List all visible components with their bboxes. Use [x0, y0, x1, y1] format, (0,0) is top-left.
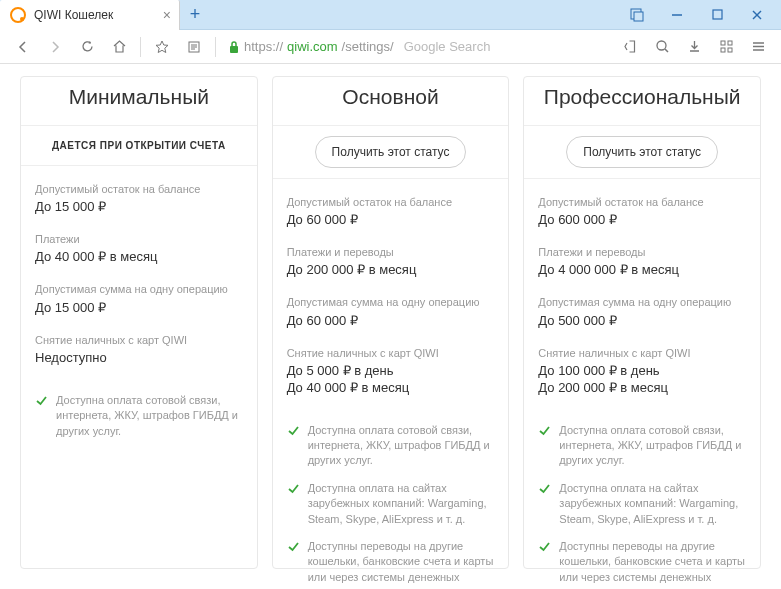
address-bar[interactable]: https://qiwi.com/settings/ Google Search	[222, 34, 613, 60]
plan-title: Основной	[273, 77, 509, 125]
svg-rect-3	[634, 12, 643, 21]
feature-item: Доступны переводы на другие кошельки, ба…	[287, 539, 495, 589]
plan-row-value: До 15 000 ₽	[35, 300, 243, 317]
feature-text: Доступна оплата сотовой связи, интернета…	[56, 393, 243, 439]
plan-row-label: Снятие наличных с карт QIWI	[287, 346, 495, 360]
plan-body: Допустимый остаток на балансеДо 60 000 ₽…	[273, 179, 509, 423]
maximize-button[interactable]	[697, 1, 737, 29]
feature-list: Доступна оплата сотовой связи, интернета…	[524, 423, 760, 589]
minimize-button[interactable]	[657, 1, 697, 29]
feature-text: Доступна оплата на сайтах зарубежных ком…	[308, 481, 495, 527]
svg-line-14	[665, 49, 668, 52]
plan-button-wrap: Получить этот статус	[524, 125, 760, 179]
plan-row-value: До 4 000 000 ₽ в месяц	[538, 262, 746, 279]
plan-row-label: Платежи и переводы	[287, 245, 495, 259]
feature-text: Доступна оплата сотовой связи, интернета…	[559, 423, 746, 469]
plan-row: Снятие наличных с карт QIWIНедоступно	[35, 333, 243, 367]
bookmark-button[interactable]	[147, 32, 177, 62]
windows-overlay-icon[interactable]	[617, 1, 657, 29]
plan-body: Допустимый остаток на балансеДо 600 000 …	[524, 179, 760, 423]
check-icon	[538, 424, 551, 469]
extensions-button[interactable]	[711, 32, 741, 62]
plan-button-wrap: Получить этот статус	[273, 125, 509, 179]
feature-list: Доступна оплата сотовой связи, интернета…	[21, 393, 257, 461]
get-status-button[interactable]: Получить этот статус	[315, 136, 467, 168]
plan-title: Минимальный	[21, 77, 257, 125]
plan-row: Допустимая сумма на одну операциюДо 60 0…	[287, 295, 495, 329]
feature-text: Доступна оплата сотовой связи, интернета…	[308, 423, 495, 469]
plan-row: Снятие наличных с карт QIWIДо 100 000 ₽ …	[538, 346, 746, 397]
plan-row-label: Допустимый остаток на балансе	[287, 195, 495, 209]
svg-point-1	[20, 17, 24, 21]
plan-row: Допустимый остаток на балансеДо 15 000 ₽	[35, 182, 243, 216]
feature-item: Доступна оплата на сайтах зарубежных ком…	[287, 481, 495, 527]
plan-row-value: До 5 000 ₽ в деньДо 40 000 ₽ в месяц	[287, 363, 495, 397]
get-status-button[interactable]: Получить этот статус	[566, 136, 718, 168]
plan-row-label: Платежи и переводы	[538, 245, 746, 259]
plan-column: МинимальныйДАЕТСЯ ПРИ ОТКРЫТИИ СЧЕТАДопу…	[20, 76, 258, 569]
home-button[interactable]	[104, 32, 134, 62]
close-button[interactable]	[737, 1, 777, 29]
plan-row: Допустимая сумма на одну операциюДо 500 …	[538, 295, 746, 329]
feature-text: Доступны переводы на другие кошельки, ба…	[559, 539, 746, 589]
menu-button[interactable]	[743, 32, 773, 62]
close-icon[interactable]: ×	[163, 8, 171, 22]
plan-row-label: Снятие наличных с карт QIWI	[35, 333, 243, 347]
lock-icon	[228, 40, 240, 54]
url-scheme: https://	[244, 39, 283, 54]
plan-row-label: Платежи	[35, 232, 243, 246]
svg-rect-16	[728, 41, 732, 45]
feature-item: Доступны переводы на другие кошельки, ба…	[538, 539, 746, 589]
reader-mode-button[interactable]	[179, 32, 209, 62]
svg-rect-5	[713, 10, 722, 19]
browser-toolbar: https://qiwi.com/settings/ Google Search	[0, 30, 781, 64]
forward-button[interactable]	[40, 32, 70, 62]
reload-button[interactable]	[72, 32, 102, 62]
svg-rect-17	[721, 48, 725, 52]
check-icon	[35, 394, 48, 439]
plan-row-value: Недоступно	[35, 350, 243, 367]
browser-titlebar: QIWI Кошелек × +	[0, 0, 781, 30]
feature-item: Доступна оплата на сайтах зарубежных ком…	[538, 481, 746, 527]
feature-item: Доступна оплата сотовой связи, интернета…	[35, 393, 243, 439]
plan-row-label: Допустимая сумма на одну операцию	[538, 295, 746, 309]
check-icon	[287, 482, 300, 527]
plan-body: Допустимый остаток на балансеДо 15 000 ₽…	[21, 166, 257, 393]
plan-row-value: До 200 000 ₽ в месяц	[287, 262, 495, 279]
search-button[interactable]	[647, 32, 677, 62]
new-tab-button[interactable]: +	[180, 0, 210, 29]
qiwi-favicon-icon	[10, 7, 26, 23]
url-path: /settings/	[342, 39, 394, 54]
plan-row-value: До 60 000 ₽	[287, 313, 495, 330]
back-button[interactable]	[8, 32, 38, 62]
check-icon	[538, 482, 551, 527]
plan-row-value: До 40 000 ₽ в месяц	[35, 249, 243, 266]
plan-row: Допустимый остаток на балансеДо 600 000 …	[538, 195, 746, 229]
plan-current-label: ДАЕТСЯ ПРИ ОТКРЫТИИ СЧЕТА	[21, 125, 257, 166]
feature-text: Доступна оплата на сайтах зарубежных ком…	[559, 481, 746, 527]
search-placeholder: Google Search	[404, 39, 491, 54]
feature-item: Доступна оплата сотовой связи, интернета…	[287, 423, 495, 469]
download-button[interactable]	[679, 32, 709, 62]
plan-row: Платежи и переводыДо 4 000 000 ₽ в месяц	[538, 245, 746, 279]
qr-button[interactable]	[615, 32, 645, 62]
plan-row-value: До 600 000 ₽	[538, 212, 746, 229]
plan-row: Снятие наличных с карт QIWIДо 5 000 ₽ в …	[287, 346, 495, 397]
plan-row-label: Снятие наличных с карт QIWI	[538, 346, 746, 360]
plan-row: Допустимая сумма на одну операциюДо 15 0…	[35, 282, 243, 316]
plan-row: Допустимый остаток на балансеДо 60 000 ₽	[287, 195, 495, 229]
browser-tab[interactable]: QIWI Кошелек ×	[0, 0, 180, 30]
svg-rect-12	[230, 46, 238, 53]
plan-column: ПрофессиональныйПолучить этот статусДопу…	[523, 76, 761, 569]
svg-rect-18	[728, 48, 732, 52]
page-content: МинимальныйДАЕТСЯ ПРИ ОТКРЫТИИ СЧЕТАДопу…	[0, 64, 781, 589]
plan-row-label: Допустимый остаток на балансе	[538, 195, 746, 209]
plan-column: ОсновнойПолучить этот статусДопустимый о…	[272, 76, 510, 569]
window-controls	[617, 0, 781, 29]
plan-row-value: До 15 000 ₽	[35, 199, 243, 216]
feature-list: Доступна оплата сотовой связи, интернета…	[273, 423, 509, 589]
plan-row-label: Допустимая сумма на одну операцию	[287, 295, 495, 309]
feature-item: Доступна оплата сотовой связи, интернета…	[538, 423, 746, 469]
check-icon	[538, 540, 551, 589]
check-icon	[287, 540, 300, 589]
